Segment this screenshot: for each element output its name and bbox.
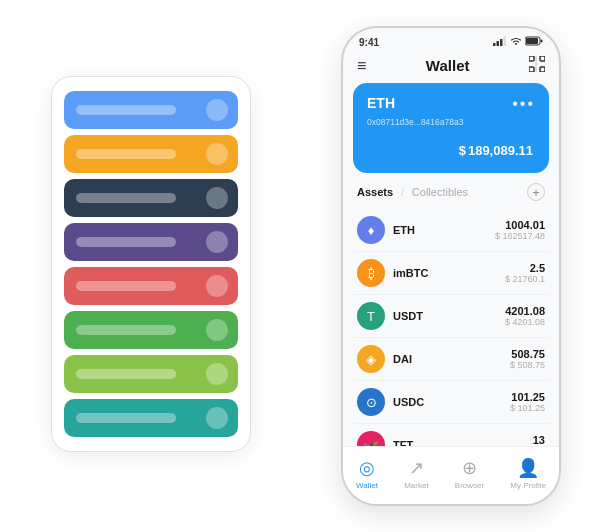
card-label-3 xyxy=(76,237,176,247)
asset-name-usdt: USDT xyxy=(393,310,505,322)
asset-primary-usdt: 4201.08 xyxy=(505,305,545,317)
header-title: Wallet xyxy=(426,57,470,74)
asset-item-dai[interactable]: ◈ DAI 508.75 $ 508.75 xyxy=(353,338,549,381)
card-icon-1 xyxy=(206,143,228,165)
card-item-2[interactable] xyxy=(64,179,238,217)
status-icons xyxy=(493,36,543,48)
wallet-card: ETH ••• 0x08711d3e...8416a78a3 $189,089.… xyxy=(353,83,549,173)
asset-item-eth[interactable]: ♦ ETH 1004.01 $ 162517.48 xyxy=(353,209,549,252)
nav-item-browser[interactable]: ⊕ Browser xyxy=(455,457,484,490)
balance-amount: 189,089.11 xyxy=(468,143,533,158)
asset-icon-usdc: ⊙ xyxy=(357,388,385,416)
svg-rect-10 xyxy=(540,67,545,72)
card-item-1[interactable] xyxy=(64,135,238,173)
assets-header: Assets / Collectibles + xyxy=(343,183,559,209)
nav-icon-market: ↗ xyxy=(409,457,424,479)
asset-primary-tft: 13 xyxy=(533,434,545,446)
svg-rect-8 xyxy=(540,56,545,61)
asset-icon-dai: ◈ xyxy=(357,345,385,373)
svg-rect-1 xyxy=(497,41,500,46)
wallet-more-button[interactable]: ••• xyxy=(512,95,535,113)
nav-item-profile[interactable]: 👤 My Profile xyxy=(510,457,546,490)
phone-mockup: 9:41 xyxy=(341,26,561,506)
asset-item-usdt[interactable]: T USDT 4201.08 $ 4201.08 xyxy=(353,295,549,338)
nav-label-market: Market xyxy=(404,481,428,490)
asset-list: ♦ ETH 1004.01 $ 162517.48 ₿ imBTC 2.5 $ … xyxy=(343,209,559,467)
asset-name-eth: ETH xyxy=(393,224,495,236)
scene: 9:41 xyxy=(21,16,581,516)
battery-icon xyxy=(525,36,543,48)
card-icon-0 xyxy=(206,99,228,121)
card-icon-6 xyxy=(206,363,228,385)
asset-secondary-imbtc: $ 21760.1 xyxy=(505,274,545,284)
card-item-5[interactable] xyxy=(64,311,238,349)
asset-amounts-eth: 1004.01 $ 162517.48 xyxy=(495,219,545,241)
nav-icon-profile: 👤 xyxy=(517,457,539,479)
card-icon-2 xyxy=(206,187,228,209)
asset-name-dai: DAI xyxy=(393,353,510,365)
assets-tabs: Assets / Collectibles xyxy=(357,186,468,198)
asset-item-usdc[interactable]: ⊙ USDC 101.25 $ 101.25 xyxy=(353,381,549,424)
svg-rect-9 xyxy=(529,67,534,72)
card-item-0[interactable] xyxy=(64,91,238,129)
assets-tab-active[interactable]: Assets xyxy=(357,186,393,198)
card-icon-5 xyxy=(206,319,228,341)
asset-amounts-imbtc: 2.5 $ 21760.1 xyxy=(505,262,545,284)
asset-icon-eth: ♦ xyxy=(357,216,385,244)
svg-rect-7 xyxy=(529,56,534,61)
asset-item-imbtc[interactable]: ₿ imBTC 2.5 $ 21760.1 xyxy=(353,252,549,295)
card-label-0 xyxy=(76,105,176,115)
wallet-coin-name: ETH xyxy=(367,95,395,111)
asset-secondary-eth: $ 162517.48 xyxy=(495,231,545,241)
asset-secondary-dai: $ 508.75 xyxy=(510,360,545,370)
nav-icon-wallet: ◎ xyxy=(359,457,375,479)
menu-icon[interactable]: ≡ xyxy=(357,57,366,75)
nav-item-wallet[interactable]: ◎ Wallet xyxy=(356,457,378,490)
nav-icon-browser: ⊕ xyxy=(462,457,477,479)
wallet-balance: $189,089.11 xyxy=(367,135,535,161)
signal-icon xyxy=(493,36,507,48)
card-stack xyxy=(51,76,251,452)
card-label-7 xyxy=(76,413,176,423)
asset-secondary-usdt: $ 4201.08 xyxy=(505,317,545,327)
card-label-6 xyxy=(76,369,176,379)
asset-primary-dai: 508.75 xyxy=(510,348,545,360)
status-time: 9:41 xyxy=(359,37,379,48)
card-item-4[interactable] xyxy=(64,267,238,305)
svg-rect-0 xyxy=(493,43,496,46)
card-item-6[interactable] xyxy=(64,355,238,393)
wifi-icon xyxy=(510,36,522,48)
card-label-4 xyxy=(76,281,176,291)
card-icon-7 xyxy=(206,407,228,429)
svg-rect-2 xyxy=(500,39,503,46)
scan-icon[interactable] xyxy=(529,56,545,75)
nav-label-profile: My Profile xyxy=(510,481,546,490)
card-item-3[interactable] xyxy=(64,223,238,261)
card-icon-4 xyxy=(206,275,228,297)
wallet-address: 0x08711d3e...8416a78a3 xyxy=(367,117,535,127)
asset-icon-usdt: T xyxy=(357,302,385,330)
status-bar: 9:41 xyxy=(343,28,559,52)
balance-currency: $ xyxy=(459,143,466,158)
asset-name-usdc: USDC xyxy=(393,396,510,408)
asset-primary-eth: 1004.01 xyxy=(495,219,545,231)
card-label-1 xyxy=(76,149,176,159)
card-label-2 xyxy=(76,193,176,203)
asset-primary-imbtc: 2.5 xyxy=(505,262,545,274)
asset-primary-usdc: 101.25 xyxy=(510,391,545,403)
add-asset-button[interactable]: + xyxy=(527,183,545,201)
asset-secondary-usdc: $ 101.25 xyxy=(510,403,545,413)
card-label-5 xyxy=(76,325,176,335)
card-item-7[interactable] xyxy=(64,399,238,437)
phone-header: ≡ Wallet xyxy=(343,52,559,83)
assets-tab-inactive[interactable]: Collectibles xyxy=(412,186,468,198)
asset-icon-imbtc: ₿ xyxy=(357,259,385,287)
nav-item-market[interactable]: ↗ Market xyxy=(404,457,428,490)
asset-amounts-dai: 508.75 $ 508.75 xyxy=(510,348,545,370)
card-icon-3 xyxy=(206,231,228,253)
tab-divider: / xyxy=(401,187,404,198)
nav-label-wallet: Wallet xyxy=(356,481,378,490)
bottom-nav: ◎ Wallet ↗ Market ⊕ Browser 👤 My Profile xyxy=(343,446,559,504)
svg-rect-3 xyxy=(504,36,507,46)
svg-rect-6 xyxy=(541,40,543,43)
